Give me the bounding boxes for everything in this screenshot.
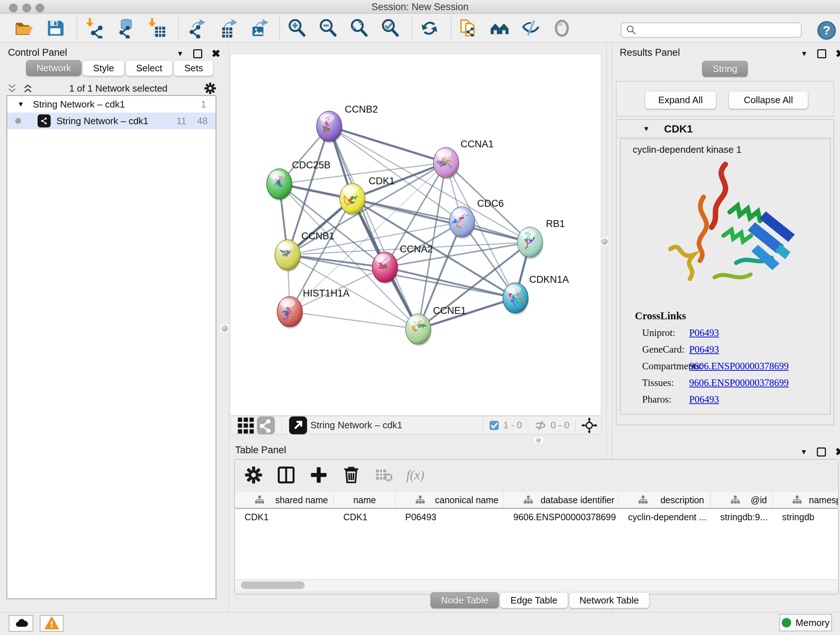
crosslink-link[interactable]: P06493	[689, 327, 719, 339]
column-header-database-identifier[interactable]: database identifier	[504, 492, 619, 508]
network-svg[interactable]: CCNB2CCNA1CDC25BCDK1CDC6RB1CCNB1CCNA2CDK…	[231, 54, 601, 415]
collection-label: String Network – cdk1	[33, 99, 125, 110]
network-node-CDK1[interactable]	[340, 184, 366, 216]
import-database-icon[interactable]	[115, 18, 136, 39]
tab-string[interactable]: String	[702, 61, 748, 77]
collapse-panel-icon[interactable]: ▼	[177, 50, 184, 58]
open-session-icon[interactable]	[14, 18, 35, 39]
table-gear-icon[interactable]	[243, 465, 264, 485]
crosslink-link[interactable]: 9606.ENSP00000378699	[689, 361, 789, 372]
column-header-id[interactable]: @id	[711, 492, 773, 508]
table-hscrollbar-thumb[interactable]	[241, 581, 305, 589]
memory-button[interactable]: Memory	[779, 614, 832, 631]
warning-button[interactable]	[40, 615, 64, 632]
column-header-namespace[interactable]: namespace	[773, 492, 838, 508]
table-cell[interactable]: cyclin-dependent ...	[619, 509, 711, 525]
show-all-icon[interactable]	[551, 18, 572, 39]
close-panel-icon[interactable]: ✖	[835, 447, 840, 457]
network-node-CCNA2[interactable]	[372, 252, 398, 284]
gear-icon[interactable]	[203, 81, 217, 95]
zoom-selected-icon[interactable]	[380, 18, 401, 39]
save-session-icon[interactable]	[45, 18, 66, 39]
hide-selected-icon[interactable]	[520, 18, 541, 39]
export-table-icon[interactable]	[216, 18, 237, 39]
cloud-button[interactable]	[9, 615, 33, 632]
table-cell[interactable]: 9606.ENSP00000378699	[504, 509, 619, 525]
hidden-eye-icon[interactable]	[534, 419, 547, 432]
tab-network-table[interactable]: Network Table	[569, 592, 649, 608]
float-panel-icon[interactable]	[817, 49, 826, 58]
tab-style[interactable]: Style	[82, 60, 125, 76]
network-node-CDC6[interactable]	[449, 207, 475, 239]
tab-node-table[interactable]: Node Table	[431, 592, 499, 608]
zoom-in-icon[interactable]	[286, 18, 308, 39]
grid-icon[interactable]	[235, 415, 256, 435]
zoom-out-icon[interactable]	[317, 18, 339, 39]
network-row[interactable]: String Network – cdk1 11 48	[7, 112, 216, 129]
collapse-all-button[interactable]: Collapse All	[729, 91, 808, 109]
export-image-icon[interactable]	[248, 18, 268, 39]
crosslink-link[interactable]: 9606.ENSP00000378699	[689, 377, 789, 388]
network-node-CCNB1[interactable]	[275, 240, 301, 272]
left-splitter-grip[interactable]	[220, 324, 229, 333]
help-button[interactable]: ?	[817, 21, 836, 40]
export-network-icon[interactable]	[185, 18, 206, 39]
collapse-panel-icon[interactable]: ▼	[800, 448, 807, 456]
tab-network[interactable]: Network	[26, 60, 81, 76]
crosslink-link[interactable]: P06493	[689, 344, 719, 355]
add-column-icon[interactable]	[309, 465, 329, 485]
entry-description: cyclin-dependent kinase 1	[633, 144, 742, 155]
import-table-icon[interactable]	[146, 18, 167, 39]
network-edge	[329, 126, 446, 163]
column-header-canonical-name[interactable]: canonical name	[396, 492, 504, 508]
collapse-panel-icon[interactable]: ▼	[801, 50, 808, 58]
table-cell[interactable]: CDK1	[235, 509, 334, 525]
table-toolbar: f(x)	[243, 464, 424, 486]
tree-expand-icon[interactable]: ▼	[17, 100, 24, 108]
zoom-fit-icon[interactable]	[349, 18, 370, 39]
network-node-HIST1H1A[interactable]	[277, 296, 303, 329]
refresh-icon[interactable]	[419, 18, 440, 39]
table-cell[interactable]: CDK1	[334, 509, 396, 525]
column-header-description[interactable]: description	[619, 492, 711, 508]
network-canvas[interactable]: CCNB2CCNA1CDC25BCDK1CDC6RB1CCNB1CCNA2CDK…	[230, 54, 601, 416]
delete-column-icon[interactable]	[341, 465, 362, 485]
network-node-CDC25B[interactable]	[267, 169, 293, 201]
float-panel-icon[interactable]	[817, 448, 826, 456]
fit-content-icon[interactable]	[581, 417, 597, 433]
network-node-CCNE1[interactable]	[406, 314, 431, 346]
tab-edge-table[interactable]: Edge Table	[500, 592, 568, 608]
bottom-splitter-grip[interactable]	[533, 437, 543, 443]
import-network-icon[interactable]	[84, 18, 105, 39]
network-node-RB1[interactable]	[517, 227, 543, 259]
table-cell[interactable]: stringdb	[773, 509, 838, 525]
columns-icon[interactable]	[276, 465, 296, 485]
network-view-footer: String Network – cdk1 1 - 0 0 - 0	[230, 416, 601, 434]
network-collection-row[interactable]: ▼ String Network – cdk1 1	[7, 96, 216, 112]
expand-all-icon[interactable]	[22, 83, 33, 94]
collapse-all-icon[interactable]	[6, 83, 17, 94]
close-panel-icon[interactable]: ✖	[212, 49, 220, 59]
search-input[interactable]	[640, 25, 794, 35]
entry-expand-icon[interactable]: ▼	[643, 125, 650, 133]
birdseye-icon[interactable]	[288, 415, 308, 435]
home-double-icon[interactable]	[489, 18, 510, 39]
selected-checkbox-icon[interactable]	[489, 420, 500, 431]
network-from-selection-icon[interactable]	[458, 18, 479, 39]
entry-header[interactable]: ▼ CDK1	[617, 120, 833, 138]
column-header-shared-name[interactable]: shared name	[235, 492, 334, 508]
table-cell[interactable]: P06493	[396, 509, 504, 525]
network-node-CDKN1A[interactable]	[503, 283, 529, 315]
crosslink-link[interactable]: P06493	[689, 394, 719, 405]
column-header-name[interactable]: name	[334, 492, 396, 508]
float-panel-icon[interactable]	[193, 49, 202, 58]
network-node-CCNA1[interactable]	[433, 147, 459, 180]
tab-sets[interactable]: Sets	[174, 60, 213, 76]
table-hscrollbar[interactable]	[235, 580, 838, 591]
tab-select[interactable]: Select	[126, 60, 172, 76]
expand-all-button[interactable]: Expand All	[645, 91, 716, 109]
network-node-CCNB2[interactable]	[317, 111, 343, 143]
table-cell[interactable]: stringdb:9...	[711, 509, 773, 525]
close-panel-icon[interactable]: ✖	[836, 49, 840, 59]
share-gray-icon[interactable]	[256, 415, 276, 435]
